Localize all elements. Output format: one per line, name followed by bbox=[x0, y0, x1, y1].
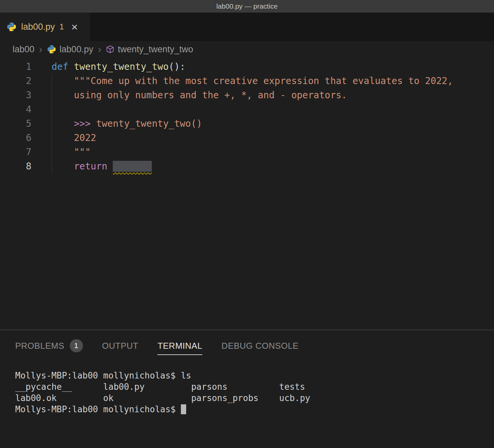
terminal[interactable]: Mollys-MBP:lab00 mollynicholas$ ls__pyca… bbox=[15, 370, 479, 415]
breadcrumb: lab00 › lab00.py › twenty_twenty_two bbox=[0, 41, 494, 58]
code-token bbox=[68, 61, 74, 72]
code-token bbox=[52, 147, 74, 157]
line-number: 5 bbox=[0, 116, 31, 131]
python-icon bbox=[7, 22, 17, 32]
code-token: 2022 bbox=[74, 132, 96, 143]
line-number: 3 bbox=[0, 88, 31, 102]
code-token bbox=[52, 75, 74, 86]
bottom-panel: PROBLEMS 1 OUTPUT TERMINAL DEBUG CONSOLE… bbox=[0, 330, 494, 448]
code-token: """Come up with the most creative expres… bbox=[74, 75, 453, 86]
panel-tab-output[interactable]: OUTPUT bbox=[102, 336, 139, 355]
code-line: using only numbers and the +, *, and - o… bbox=[52, 88, 494, 102]
code-token: twenty_twenty_two() bbox=[96, 118, 202, 129]
chevron-right-icon: › bbox=[97, 44, 102, 55]
breadcrumb-item-folder[interactable]: lab00 bbox=[13, 44, 34, 55]
line-number: 6 bbox=[0, 131, 31, 145]
breadcrumb-item-symbol[interactable]: twenty_twenty_two bbox=[106, 44, 193, 55]
editor-line[interactable]: 5 >>> twenty_twenty_two() bbox=[0, 116, 494, 131]
chevron-right-icon: › bbox=[38, 44, 43, 55]
terminal-line: lab00.ok ok parsons_probs ucb.py bbox=[15, 392, 479, 404]
code-line bbox=[52, 102, 494, 116]
close-icon[interactable]: × bbox=[71, 21, 78, 32]
terminal-line: __pycache__ lab00.py parsons tests bbox=[15, 381, 479, 392]
code-line: """Come up with the most creative expres… bbox=[52, 74, 494, 88]
code-token bbox=[52, 161, 74, 172]
line-number: 4 bbox=[0, 102, 31, 116]
editor-lines: 1def twenty_twenty_two():2 """Come up wi… bbox=[0, 60, 494, 173]
code-token bbox=[52, 118, 74, 129]
line-number: 1 bbox=[0, 60, 31, 74]
editor-line[interactable]: 1def twenty_twenty_two(): bbox=[0, 60, 494, 74]
line-number: 8 bbox=[0, 159, 31, 173]
terminal-line: Mollys-MBP:lab00 mollynicholas$ ls bbox=[15, 370, 479, 381]
editor-line[interactable]: 4 bbox=[0, 102, 494, 116]
symbol-namespace-icon bbox=[106, 45, 114, 54]
code-line: return _______ bbox=[52, 159, 494, 173]
code-token: def bbox=[52, 61, 68, 72]
editor-line[interactable]: 2 """Come up with the most creative expr… bbox=[0, 74, 494, 88]
tab-lab00py[interactable]: lab00.py 1 × bbox=[0, 13, 90, 41]
blank-placeholder: _______ bbox=[113, 161, 152, 172]
code-token: """ bbox=[74, 147, 91, 157]
panel-tab-problems[interactable]: PROBLEMS 1 bbox=[15, 335, 83, 356]
code-token: >>> bbox=[74, 118, 96, 129]
terminal-cursor bbox=[181, 404, 186, 414]
code-token: twenty_twenty_two bbox=[74, 61, 169, 72]
terminal-output: Mollys-MBP:lab00 mollynicholas$ ls__pyca… bbox=[15, 370, 479, 415]
code-token: using only numbers and the +, *, and - o… bbox=[74, 90, 347, 101]
line-number: 7 bbox=[0, 145, 31, 159]
breadcrumb-item-file[interactable]: lab00.py bbox=[47, 44, 93, 55]
editor-line[interactable]: 6 2022 bbox=[0, 131, 494, 145]
code-editor[interactable]: 1def twenty_twenty_two():2 """Come up wi… bbox=[0, 58, 494, 330]
problems-count-badge: 1 bbox=[70, 339, 83, 352]
line-number: 2 bbox=[0, 74, 31, 88]
panel-tab-debug-console[interactable]: DEBUG CONSOLE bbox=[222, 336, 299, 355]
tab-problem-count: 1 bbox=[60, 22, 64, 31]
code-token: (): bbox=[169, 61, 185, 72]
code-line: """ bbox=[52, 145, 494, 159]
editor-line[interactable]: 8 return _______ bbox=[0, 159, 494, 173]
code-line: >>> twenty_twenty_two() bbox=[52, 116, 494, 131]
editor-line[interactable]: 7 """ bbox=[0, 145, 494, 159]
code-line: def twenty_twenty_two(): bbox=[52, 60, 494, 74]
python-icon bbox=[47, 45, 56, 54]
code-token: return bbox=[74, 161, 113, 172]
editor-line[interactable]: 3 using only numbers and the +, *, and -… bbox=[0, 88, 494, 102]
window-title: lab00.py — practice bbox=[216, 2, 278, 10]
panel-tab-bar: PROBLEMS 1 OUTPUT TERMINAL DEBUG CONSOLE bbox=[15, 330, 479, 361]
tab-label: lab00.py bbox=[21, 22, 55, 32]
terminal-line: Mollys-MBP:lab00 mollynicholas$ bbox=[15, 404, 479, 415]
code-token bbox=[52, 132, 74, 143]
code-token bbox=[52, 90, 74, 101]
tab-strip: lab00.py 1 × bbox=[0, 13, 494, 41]
code-line: 2022 bbox=[52, 131, 494, 145]
titlebar: lab00.py — practice bbox=[0, 0, 494, 13]
panel-tab-terminal[interactable]: TERMINAL bbox=[157, 336, 202, 355]
